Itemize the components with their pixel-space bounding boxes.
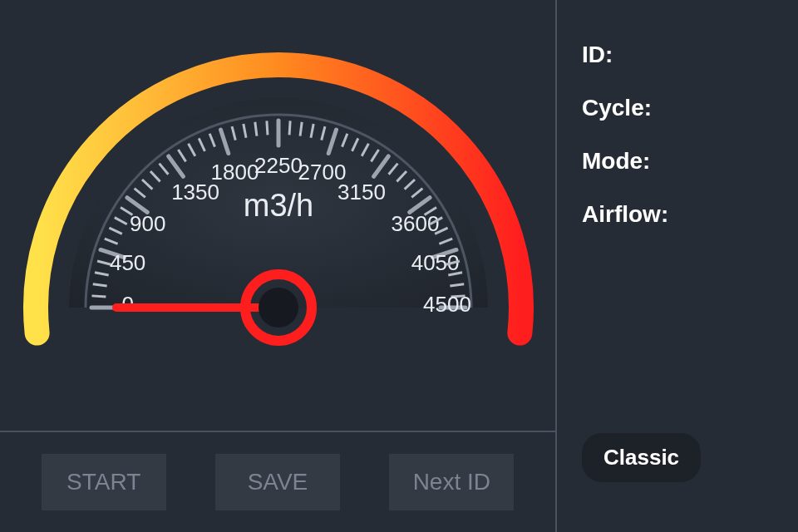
info-cycle: Cycle: [582, 95, 773, 121]
svg-text:900: 900 [130, 211, 165, 236]
svg-text:m3/h: m3/h [244, 188, 313, 223]
info-airflow: Airflow: [582, 201, 773, 228]
gauge: 045090013501800225027003150360040504500m… [0, 0, 555, 432]
next-id-button[interactable]: Next ID [389, 454, 514, 510]
svg-line-32 [289, 121, 290, 135]
svg-line-29 [267, 121, 268, 135]
svg-point-65 [259, 288, 298, 328]
svg-line-2 [91, 296, 106, 297]
button-bar: START SAVE Next ID [0, 432, 555, 532]
cycle-label: Cycle: [582, 95, 652, 121]
svg-text:450: 450 [110, 250, 145, 275]
save-button[interactable]: SAVE [215, 454, 340, 510]
gauge-dial: 045090013501800225027003150360040504500m… [0, 0, 557, 431]
info-panel: ID: Cycle: Mode: Airflow: Classic [557, 0, 798, 532]
svg-line-33 [300, 122, 302, 136]
id-label: ID: [582, 42, 613, 67]
style-toggle[interactable]: Classic [582, 433, 701, 482]
mode-label: Mode: [582, 148, 650, 174]
svg-line-3 [93, 284, 107, 286]
info-mode: Mode: [582, 148, 773, 175]
svg-text:3150: 3150 [337, 180, 386, 204]
svg-text:2250: 2250 [254, 153, 303, 178]
svg-text:1800: 1800 [211, 160, 259, 185]
svg-text:4500: 4500 [423, 292, 471, 317]
left-pane: 045090013501800225027003150360040504500m… [0, 0, 557, 532]
start-button[interactable]: START [42, 454, 166, 510]
airflow-label: Airflow: [582, 201, 668, 227]
svg-line-58 [450, 284, 464, 286]
svg-line-28 [255, 122, 257, 136]
info-id: ID: [582, 42, 773, 68]
